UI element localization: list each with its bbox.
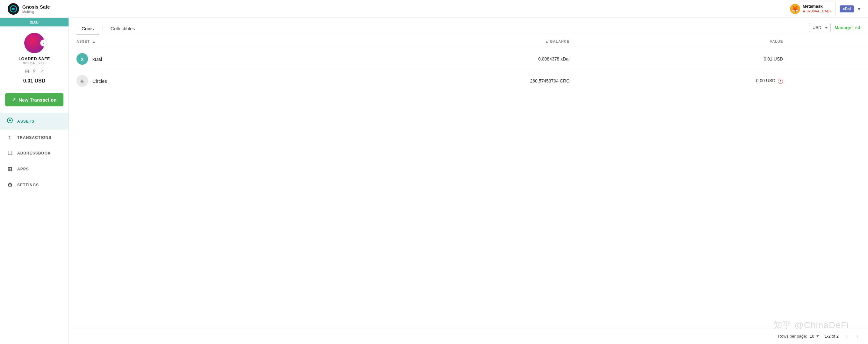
pagination: Rows per page: 10 25 50 1-2 of 2 ‹ › bbox=[69, 328, 868, 344]
svg-text:x: x bbox=[81, 56, 84, 62]
rows-per-page-label: Rows per page: bbox=[778, 334, 807, 339]
qr-icon[interactable]: ⊞ bbox=[25, 68, 29, 74]
circles-icon: ◈ bbox=[76, 75, 88, 87]
col-asset: ASSET ▲ bbox=[69, 35, 301, 48]
asset-cell: x xDai bbox=[69, 48, 301, 70]
new-tx-label: New Transaction bbox=[19, 97, 56, 102]
col-actions bbox=[790, 35, 868, 48]
settings-icon: ⚙ bbox=[6, 182, 13, 189]
profile-actions: ⊞ ⎘ ↗ bbox=[25, 68, 44, 74]
svg-point-3 bbox=[9, 120, 11, 121]
header-chevron-button[interactable]: ▾ bbox=[858, 6, 860, 12]
circles-actions bbox=[790, 70, 868, 92]
logo-icon bbox=[8, 3, 19, 14]
next-page-button[interactable]: › bbox=[855, 332, 860, 340]
asset-cell: ◈ Circles bbox=[69, 70, 301, 92]
profile-avatar-wrap: ▾ bbox=[24, 33, 44, 53]
safe-name: LOADED SAFE bbox=[19, 56, 50, 61]
manage-list-button[interactable]: Manage List bbox=[835, 25, 860, 30]
table-header-row: ASSET ▲ ▲ BALANCE VALUE bbox=[69, 35, 868, 48]
network-bar: xDai bbox=[0, 18, 68, 26]
assets-table: ASSET ▲ ▲ BALANCE VALUE x bbox=[69, 35, 868, 92]
sidebar-item-assets[interactable]: ASSETS bbox=[0, 113, 68, 130]
xdai-icon: x bbox=[76, 53, 88, 65]
prev-page-button[interactable]: ‹ bbox=[844, 332, 849, 340]
col-value: VALUE bbox=[577, 35, 790, 48]
transactions-icon: ↕ bbox=[6, 134, 13, 141]
xdai-value: 0.01 USD bbox=[577, 48, 790, 70]
logo-text: Gnosis Safe Multisig bbox=[22, 4, 50, 14]
table-body: x xDai 0.0084378 xDai0.01 USD ◈ Circles … bbox=[69, 48, 868, 92]
svg-point-1 bbox=[12, 8, 15, 10]
circles-name: Circles bbox=[92, 79, 107, 84]
app-header: Gnosis Safe Multisig 🦊 Metamask ● 0xD9A4… bbox=[0, 0, 868, 18]
page-info: 1-2 of 2 bbox=[825, 334, 839, 339]
settings-label: SETTINGS bbox=[17, 183, 39, 187]
sidebar-item-settings[interactable]: ⚙ SETTINGS bbox=[0, 177, 68, 193]
metamask-avatar-icon: 🦊 bbox=[790, 4, 800, 14]
tab-collectibles[interactable]: Collectibles bbox=[105, 23, 140, 34]
assets-table-area: ASSET ▲ ▲ BALANCE VALUE x bbox=[69, 35, 868, 328]
asset-sort-icon[interactable]: ▲ bbox=[92, 40, 96, 43]
app-title: Gnosis Safe bbox=[22, 4, 50, 10]
app-subtitle: Multisig bbox=[22, 10, 50, 14]
circles-balance: 260.57453704 CRC bbox=[301, 70, 577, 92]
metamask-details: Metamask ● 0xD9A4...CADF bbox=[803, 4, 832, 14]
table-row: ◈ Circles 260.57453704 CRC0.00 USD ! bbox=[69, 70, 868, 92]
new-transaction-button[interactable]: ↗ New Transaction bbox=[5, 93, 63, 106]
sidebar-item-apps[interactable]: ⊞ APPS bbox=[0, 161, 68, 177]
tab-coins[interactable]: Coins bbox=[76, 23, 99, 34]
wallet-provider-name: Metamask bbox=[803, 4, 832, 9]
transactions-label: TRANSACTIONS bbox=[17, 135, 51, 140]
wallet-address: ● 0xD9A4...CADF bbox=[803, 9, 832, 14]
tabs-right: USD EUR GBP Manage List bbox=[809, 23, 860, 32]
sidebar-item-transactions[interactable]: ↕ TRANSACTIONS bbox=[0, 130, 68, 145]
sidebar: xDai ▾ LOADED SAFE 0x60bA...5908 ⊞ ⎘ ↗ 0… bbox=[0, 18, 69, 344]
rows-per-page: Rows per page: 10 25 50 bbox=[778, 334, 819, 339]
network-badge[interactable]: xDai bbox=[840, 5, 854, 12]
tab-divider: | bbox=[100, 25, 104, 34]
addressbook-icon: ☐ bbox=[6, 150, 13, 157]
safe-balance: 0.01 USD bbox=[23, 78, 45, 84]
copy-icon[interactable]: ⎘ bbox=[33, 68, 36, 74]
wallet-info[interactable]: 🦊 Metamask ● 0xD9A4...CADF bbox=[786, 2, 836, 16]
sidebar-nav: ASSETS ↕ TRANSACTIONS ☐ ADDRESSBOOK ⊞ AP… bbox=[0, 110, 68, 344]
circles-value: 0.00 USD ! bbox=[577, 70, 790, 92]
profile-chevron-button[interactable]: ▾ bbox=[40, 39, 47, 46]
xdai-actions bbox=[790, 48, 868, 70]
value-info-icon[interactable]: ! bbox=[778, 79, 783, 84]
addressbook-label: ADDRESSBOOK bbox=[17, 151, 51, 155]
apps-icon: ⊞ bbox=[6, 166, 13, 173]
sidebar-item-addressbook[interactable]: ☐ ADDRESSBOOK bbox=[0, 145, 68, 161]
tabs: Coins | Collectibles bbox=[76, 23, 140, 34]
assets-label: ASSETS bbox=[17, 119, 34, 124]
xdai-balance: 0.0084378 xDai bbox=[301, 48, 577, 70]
balance-sort-icon[interactable]: ▲ bbox=[545, 39, 549, 43]
col-balance: ▲ BALANCE bbox=[301, 35, 577, 48]
new-tx-arrow-icon: ↗ bbox=[12, 97, 16, 102]
body-layout: xDai ▾ LOADED SAFE 0x60bA...5908 ⊞ ⎘ ↗ 0… bbox=[0, 18, 868, 344]
safe-address: 0x60bA...5908 bbox=[23, 61, 45, 65]
table-row: x xDai 0.0084378 xDai0.01 USD bbox=[69, 48, 868, 70]
logo-area: Gnosis Safe Multisig bbox=[8, 3, 50, 14]
currency-select[interactable]: USD EUR GBP bbox=[809, 23, 831, 32]
tabs-bar: Coins | Collectibles USD EUR GBP Manage … bbox=[69, 18, 868, 35]
svg-text:◈: ◈ bbox=[80, 79, 85, 84]
xdai-name: xDai bbox=[92, 56, 102, 62]
header-right: 🦊 Metamask ● 0xD9A4...CADF xDai ▾ bbox=[786, 2, 860, 16]
assets-icon bbox=[6, 117, 13, 125]
main-content: Coins | Collectibles USD EUR GBP Manage … bbox=[69, 18, 868, 344]
apps-label: APPS bbox=[17, 167, 29, 171]
rows-per-page-select[interactable]: 10 25 50 bbox=[810, 334, 819, 339]
external-link-icon[interactable]: ↗ bbox=[40, 68, 44, 74]
sidebar-profile: ▾ LOADED SAFE 0x60bA...5908 ⊞ ⎘ ↗ 0.01 U… bbox=[0, 26, 68, 89]
